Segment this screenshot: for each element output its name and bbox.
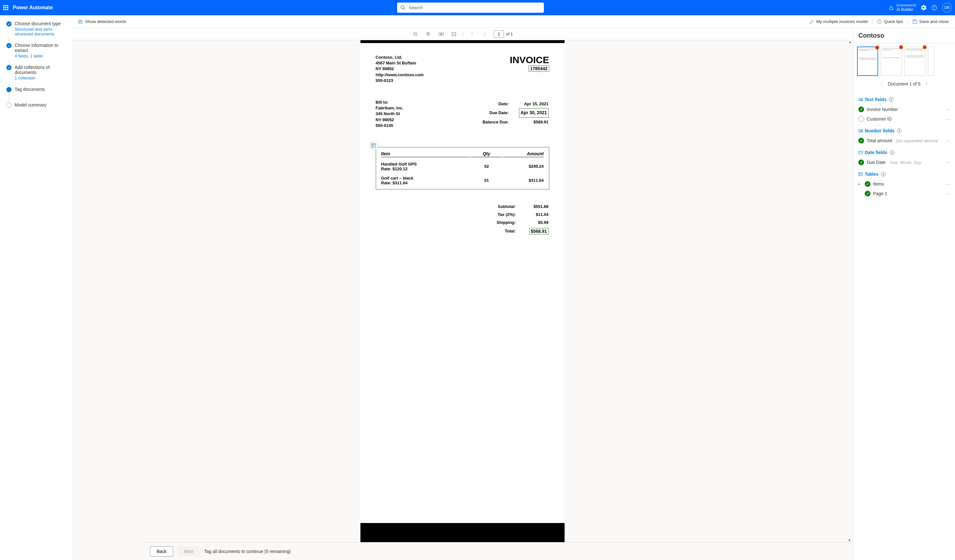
next-page-icon[interactable]: [481, 30, 488, 38]
svg-text:?: ?: [879, 20, 880, 23]
page-total: of 1: [506, 31, 513, 36]
tag-items-table[interactable]: Item Qty Amount Handled Golf GPSRate: $1…: [376, 147, 549, 189]
steps-sidebar: Choose document typeStructured and semi-…: [0, 15, 72, 560]
svg-line-1: [404, 9, 405, 10]
thumb-1[interactable]: [857, 47, 878, 76]
document-preview[interactable]: Contoso, Ltd. 4567 Main St Buffalo NY 90…: [360, 40, 565, 542]
save-and-close[interactable]: Save and close: [912, 19, 949, 24]
field-items-page1[interactable]: Page 1···: [858, 189, 950, 199]
search-icon: [400, 5, 405, 10]
brand-title: Power Automate: [13, 5, 53, 11]
svg-rect-17: [372, 144, 376, 147]
step-5[interactable]: Model summary: [15, 102, 47, 108]
app-launcher-icon[interactable]: [3, 5, 8, 10]
fit-page-icon[interactable]: [450, 30, 458, 38]
step-2-dot: [6, 43, 11, 48]
zoom-out-icon[interactable]: [412, 30, 420, 38]
prev-doc-icon[interactable]: 〈: [877, 80, 884, 88]
step-1-dot: [6, 21, 11, 27]
step-3-dot: [6, 65, 11, 70]
more-icon[interactable]: ···: [945, 116, 950, 122]
section-text-fields: abText fieldsi: [858, 97, 950, 102]
more-icon[interactable]: ···: [945, 191, 950, 196]
svg-point-0: [401, 6, 404, 9]
save-icon: [912, 19, 917, 24]
chevron-down-icon[interactable]: ▾: [858, 182, 862, 186]
model-name-link[interactable]: My multiple invoices model: [809, 19, 867, 24]
more-icon[interactable]: ···: [945, 107, 950, 112]
tag-total[interactable]: $568.91: [529, 228, 549, 235]
quick-tips[interactable]: ?Quick tips: [877, 19, 903, 24]
step-3[interactable]: Add collections of documents: [15, 65, 67, 75]
field-due-date[interactable]: Due DateYear, Month, Day···: [858, 158, 950, 167]
field-invoice-number[interactable]: Invoice Number···: [858, 105, 950, 114]
step-4-dot: [6, 87, 11, 92]
zoom-in-icon[interactable]: [424, 30, 432, 38]
footer-hint: Tag all documents to continue (5 remaini…: [204, 549, 291, 554]
next-button: Next: [178, 546, 200, 557]
settings-icon[interactable]: [921, 5, 926, 11]
svg-text:?: ?: [933, 6, 935, 9]
tips-icon: ?: [877, 19, 882, 24]
field-items[interactable]: ▾Items···: [858, 179, 950, 189]
svg-line-13: [429, 35, 430, 36]
field-total-amount[interactable]: Total amountDot-separated decimal···: [858, 136, 950, 145]
section-tables: Tablesi: [858, 172, 950, 177]
viewer-toolbar: of 1: [72, 28, 853, 40]
table-tag-icon[interactable]: [369, 141, 378, 150]
search-placeholder: Search: [409, 5, 423, 10]
environment-picker[interactable]: Environments AI Builder: [888, 3, 916, 12]
user-avatar[interactable]: DB: [942, 3, 952, 13]
status-dot-icon: [899, 45, 903, 49]
collection-title: Contoso: [853, 28, 955, 43]
edit-icon: [809, 19, 814, 24]
field-customer-id[interactable]: Customer ID···: [858, 114, 950, 124]
show-detected-words[interactable]: Show detected words: [78, 19, 126, 24]
more-icon[interactable]: ···: [945, 138, 950, 143]
page-input[interactable]: [494, 30, 504, 38]
prev-page-icon[interactable]: [468, 30, 476, 38]
svg-line-9: [416, 35, 418, 36]
status-dot-icon: [923, 45, 927, 49]
search-input[interactable]: Search: [397, 3, 544, 13]
info-icon[interactable]: i: [881, 172, 886, 176]
back-button[interactable]: Back: [150, 546, 173, 557]
info-icon[interactable]: i: [897, 128, 902, 133]
step-2[interactable]: Choose information to extract: [15, 43, 67, 53]
step-1[interactable]: Choose document type: [15, 21, 67, 26]
words-icon: [78, 19, 83, 24]
scrollbar[interactable]: ▲ ▼: [848, 40, 852, 542]
svg-rect-24: [859, 151, 863, 154]
step-5-dot: [6, 103, 11, 108]
info-icon[interactable]: i: [890, 150, 894, 155]
tag-due-date[interactable]: Apr 30, 2021: [519, 108, 549, 117]
tag-invoice-number[interactable]: 1785442: [529, 66, 549, 72]
fit-width-icon[interactable]: [437, 30, 445, 38]
doc-position: Document 1 of 5: [888, 81, 921, 86]
section-date-fields: Date fieldsi: [858, 150, 950, 155]
svg-rect-16: [452, 33, 456, 36]
more-icon[interactable]: ···: [945, 181, 950, 186]
svg-rect-26: [859, 172, 863, 176]
svg-text:ab: ab: [860, 98, 863, 101]
status-dot-icon: [875, 45, 879, 49]
svg-text:123: 123: [859, 130, 863, 132]
environment-icon: [888, 5, 894, 11]
document-thumbnails: [853, 43, 955, 79]
section-number-fields: 123Number fieldsi: [858, 128, 950, 133]
step-4[interactable]: Tag documents: [15, 87, 45, 92]
thumb-4[interactable]: [928, 47, 934, 76]
help-icon[interactable]: ?: [932, 5, 937, 11]
svg-rect-15: [440, 33, 442, 35]
next-doc-icon[interactable]: 〉: [924, 80, 932, 88]
more-icon[interactable]: ···: [945, 160, 950, 165]
info-icon[interactable]: i: [889, 97, 894, 102]
thumb-3[interactable]: [904, 47, 925, 76]
thumb-2[interactable]: [881, 47, 902, 76]
